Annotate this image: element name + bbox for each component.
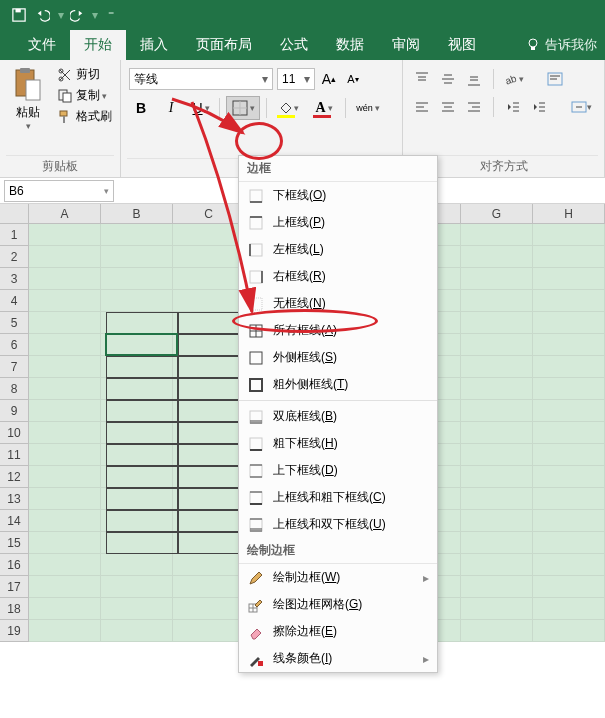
cell[interactable] <box>29 400 101 422</box>
cut-button[interactable]: 剪切 <box>56 64 114 85</box>
cell[interactable] <box>533 312 605 334</box>
cell[interactable] <box>173 576 245 598</box>
cell[interactable] <box>533 598 605 620</box>
border-menu-item[interactable]: 绘图边框网格(G) <box>239 591 437 618</box>
column-header[interactable]: C <box>173 204 245 223</box>
underline-button[interactable]: U▾ <box>189 96 213 120</box>
cell[interactable] <box>29 312 101 334</box>
paste-button[interactable]: 粘贴 ▾ <box>6 64 50 153</box>
border-menu-item[interactable]: 线条颜色(I) ▸ <box>239 645 437 672</box>
increase-indent-icon[interactable] <box>528 96 550 118</box>
tell-me[interactable]: 告诉我你 <box>517 30 605 60</box>
cell[interactable] <box>533 290 605 312</box>
row-header[interactable]: 12 <box>0 466 29 488</box>
bordered-cell[interactable] <box>106 444 178 466</box>
cell[interactable] <box>461 532 533 554</box>
font-name-select[interactable]: 等线▾ <box>129 68 273 90</box>
cell[interactable] <box>101 246 173 268</box>
tab-view[interactable]: 视图 <box>434 30 490 60</box>
cell[interactable] <box>461 378 533 400</box>
cell[interactable] <box>461 290 533 312</box>
border-menu-item[interactable]: 上框线(P) <box>239 209 437 236</box>
bordered-cell[interactable] <box>106 488 178 510</box>
cell[interactable] <box>101 268 173 290</box>
undo-icon[interactable] <box>32 4 54 26</box>
border-menu-item[interactable]: 左框线(L) <box>239 236 437 263</box>
bordered-cell[interactable] <box>106 378 178 400</box>
bordered-cell[interactable] <box>106 532 178 554</box>
cell[interactable] <box>461 224 533 246</box>
cell[interactable] <box>101 554 173 576</box>
cell[interactable] <box>533 246 605 268</box>
cell[interactable] <box>29 422 101 444</box>
align-middle-icon[interactable] <box>437 68 459 90</box>
tab-file[interactable]: 文件 <box>14 30 70 60</box>
save-icon[interactable] <box>8 4 30 26</box>
cell[interactable] <box>461 268 533 290</box>
cell[interactable] <box>29 510 101 532</box>
align-top-icon[interactable] <box>411 68 433 90</box>
row-header[interactable]: 4 <box>0 290 29 312</box>
cell[interactable] <box>461 312 533 334</box>
row-header[interactable]: 11 <box>0 444 29 466</box>
row-header[interactable]: 5 <box>0 312 29 334</box>
cell[interactable] <box>533 510 605 532</box>
select-all-corner[interactable] <box>0 204 29 223</box>
cell[interactable] <box>533 422 605 444</box>
border-menu-item[interactable]: 绘制边框(W) ▸ <box>239 564 437 591</box>
cell[interactable] <box>173 598 245 620</box>
border-menu-item[interactable]: 上框线和粗下框线(C) <box>239 484 437 511</box>
format-painter-button[interactable]: 格式刷 <box>56 106 114 127</box>
cell[interactable] <box>461 356 533 378</box>
cell[interactable] <box>461 510 533 532</box>
cell[interactable] <box>533 466 605 488</box>
cell[interactable] <box>173 290 245 312</box>
cell[interactable] <box>173 554 245 576</box>
cell[interactable] <box>101 290 173 312</box>
cell[interactable] <box>461 422 533 444</box>
row-header[interactable]: 9 <box>0 400 29 422</box>
cell[interactable] <box>101 598 173 620</box>
row-header[interactable]: 15 <box>0 532 29 554</box>
cell[interactable] <box>29 576 101 598</box>
border-menu-item[interactable]: 右框线(R) <box>239 263 437 290</box>
row-header[interactable]: 14 <box>0 510 29 532</box>
border-menu-item[interactable]: 下框线(O) <box>239 182 437 209</box>
cell[interactable] <box>533 334 605 356</box>
cell[interactable] <box>533 576 605 598</box>
cell[interactable] <box>461 334 533 356</box>
cell[interactable] <box>533 224 605 246</box>
border-menu-item[interactable]: 外侧框线(S) <box>239 344 437 371</box>
bordered-cell[interactable] <box>106 312 178 334</box>
cell[interactable] <box>461 598 533 620</box>
decrease-indent-icon[interactable] <box>502 96 524 118</box>
cell[interactable] <box>461 620 533 642</box>
row-header[interactable]: 13 <box>0 488 29 510</box>
row-header[interactable]: 10 <box>0 422 29 444</box>
cell[interactable] <box>29 444 101 466</box>
cell[interactable] <box>173 246 245 268</box>
cell[interactable] <box>29 224 101 246</box>
column-header[interactable]: G <box>461 204 533 223</box>
cell[interactable] <box>461 576 533 598</box>
row-header[interactable]: 6 <box>0 334 29 356</box>
cell[interactable] <box>461 246 533 268</box>
bordered-cell[interactable] <box>106 510 178 532</box>
bordered-cell[interactable] <box>106 466 178 488</box>
wrap-text-icon[interactable] <box>544 68 566 90</box>
tab-data[interactable]: 数据 <box>322 30 378 60</box>
cell[interactable] <box>29 246 101 268</box>
border-menu-item[interactable]: 粗下框线(H) <box>239 430 437 457</box>
font-color-button[interactable]: A▾ <box>309 96 339 120</box>
cell[interactable] <box>461 400 533 422</box>
fill-color-button[interactable]: ▾ <box>273 96 303 120</box>
tab-page-layout[interactable]: 页面布局 <box>182 30 266 60</box>
border-menu-item[interactable]: 擦除边框(E) <box>239 618 437 645</box>
tab-formulas[interactable]: 公式 <box>266 30 322 60</box>
cell[interactable] <box>29 356 101 378</box>
cell[interactable] <box>29 268 101 290</box>
border-menu-item[interactable]: 粗外侧框线(T) <box>239 371 437 398</box>
cell[interactable] <box>29 290 101 312</box>
cell[interactable] <box>461 554 533 576</box>
row-header[interactable]: 18 <box>0 598 29 620</box>
